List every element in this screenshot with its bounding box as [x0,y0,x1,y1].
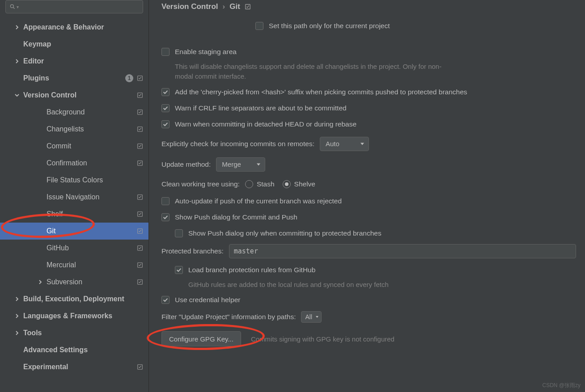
checkbox-cherry-suffix[interactable] [161,88,170,96]
select-filter-paths[interactable]: All [301,311,322,323]
label-shelve: Shelve [294,180,315,188]
desc-load-rules: GitHub rules are added to the local rule… [188,280,466,290]
configure-gpg-button[interactable]: Configure GPG Key... [161,331,241,346]
chevron-right-icon: › [223,2,225,11]
select-update-method[interactable]: Merge [216,157,265,172]
reset-icon[interactable] [137,262,143,268]
label-show-push-protected: Show Push dialog only when committing to… [188,229,382,237]
breadcrumb: Version Control › Git [161,0,576,13]
reset-icon[interactable] [137,194,143,200]
chevron-icon [11,25,23,30]
input-protected-branches[interactable] [229,244,576,258]
reset-icon[interactable] [137,245,143,251]
sidebar-item-label: Plugins [23,74,125,82]
sidebar-item-label: Issue Navigation [47,193,137,201]
sidebar-item-keymap[interactable]: Keymap [0,36,148,53]
desc-enable-staging: This will disable changelists support an… [175,62,452,81]
sidebar-item-label: Appearance & Behavior [23,23,143,31]
sidebar-item-label: Background [47,108,137,116]
chevron-icon [11,296,23,302]
sidebar-item-build-execution-deployment[interactable]: Build, Execution, Deployment [0,291,148,308]
checkbox-auto-update[interactable] [161,197,170,205]
sidebar-item-label: GitHub [47,244,137,252]
reset-icon[interactable] [137,75,143,81]
search-input[interactable]: ▾ [5,0,143,13]
radio-stash[interactable] [245,180,253,188]
breadcrumb-current: Git [229,2,240,11]
reset-icon[interactable] [137,126,143,132]
sidebar-item-label: Mercurial [47,261,137,269]
sidebar-item-label: Subversion [47,278,137,286]
sidebar-item-plugins[interactable]: Plugins1 [0,70,148,87]
sidebar-item-label: Tools [23,329,143,337]
sidebar-item-label: Confirmation [47,159,137,167]
sidebar-item-label: Changelists [47,125,137,133]
sidebar-item-editor[interactable]: Editor [0,53,148,70]
settings-tree: Appearance & BehaviorKeymapEditorPlugins… [0,16,148,392]
reset-icon[interactable] [137,109,143,115]
sidebar-item-mercurial[interactable]: Mercurial [0,257,148,274]
reset-icon[interactable] [137,143,143,149]
reset-icon[interactable] [137,364,143,370]
checkbox-show-push[interactable] [161,213,170,221]
chevron-icon [11,313,23,319]
reset-icon[interactable] [137,92,143,98]
select-explicit-check[interactable]: Auto [320,137,369,151]
reset-icon[interactable] [245,4,251,10]
reset-icon[interactable] [137,228,143,234]
badge: 1 [125,74,133,82]
label-enable-staging: Enable staging area [175,48,237,56]
sidebar-item-background[interactable]: Background [0,104,148,121]
checkbox-path-current-project[interactable] [255,22,263,30]
sidebar-item-git[interactable]: Git [0,223,148,240]
checkbox-load-rules[interactable] [175,266,183,274]
sidebar-item-label: Languages & Frameworks [23,312,143,320]
checkbox-warn-detached[interactable] [161,120,170,128]
svg-point-0 [10,4,13,8]
sidebar-item-label: File Status Colors [47,176,143,184]
radio-shelve[interactable] [283,180,291,188]
label-cherry-suffix: Add the 'cherry-picked from <hash>' suff… [175,88,467,96]
sidebar-item-changelists[interactable]: Changelists [0,121,148,138]
sidebar-item-confirmation[interactable]: Confirmation [0,155,148,172]
label-update-method: Update method: [161,160,211,169]
sidebar-item-advanced-settings[interactable]: Advanced Settings [0,341,148,358]
checkbox-use-credential-helper[interactable] [161,296,170,304]
sidebar-item-label: Keymap [23,40,143,48]
reset-icon[interactable] [137,279,143,285]
reset-icon[interactable] [137,211,143,217]
sidebar-item-commit[interactable]: Commit [0,138,148,155]
checkbox-warn-crlf[interactable] [161,104,170,112]
settings-main: Version Control › Git Set this path only… [149,0,585,392]
sidebar-item-tools[interactable]: Tools [0,325,148,341]
sidebar-item-shelf[interactable]: Shelf [0,206,148,223]
watermark: CSDN @张雨zy [542,382,581,389]
label-clean-tree: Clean working tree using: [161,180,240,188]
sidebar-item-github[interactable]: GitHub [0,240,148,257]
sidebar-item-languages-frameworks[interactable]: Languages & Frameworks [0,308,148,325]
search-icon [9,4,16,10]
reset-icon[interactable] [137,160,143,166]
sidebar-item-appearance-behavior[interactable]: Appearance & Behavior [0,19,148,36]
chevron-icon [11,59,23,64]
breadcrumb-parent[interactable]: Version Control [161,2,218,11]
label-warn-crlf: Warn if CRLF line separators are about t… [175,104,347,112]
label-show-push: Show Push dialog for Commit and Push [175,213,297,221]
sidebar-item-version-control[interactable]: Version Control [0,87,148,104]
chevron-icon [11,93,23,98]
chevron-icon [11,330,23,336]
label-protected-branches: Protected branches: [161,247,224,255]
sidebar-item-experimental[interactable]: Experimental [0,358,148,375]
label-auto-update: Auto-update if push of the current branc… [175,197,342,205]
chevron-icon [34,279,47,285]
sidebar-item-subversion[interactable]: Subversion [0,274,148,291]
sidebar-item-label: Experimental [23,363,137,371]
label-filter-paths: Filter "Update Project" information by p… [161,313,296,321]
checkbox-show-push-protected[interactable] [175,229,183,237]
sidebar-item-label: Build, Execution, Deployment [23,295,143,303]
label-stash: Stash [257,180,275,188]
sidebar-item-issue-navigation[interactable]: Issue Navigation [0,189,148,206]
label-path-current-project: Set this path only for the current proje… [269,22,390,30]
sidebar-item-file-status-colors[interactable]: File Status Colors [0,172,148,189]
checkbox-enable-staging[interactable] [161,48,170,56]
